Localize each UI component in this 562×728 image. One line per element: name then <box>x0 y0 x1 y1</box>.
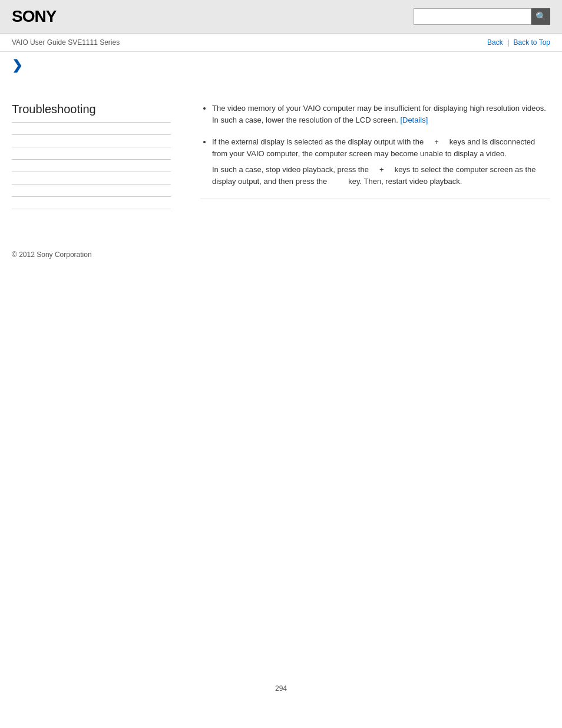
search-icon: 🔍 <box>535 11 547 22</box>
chevron-area: ❯ <box>0 52 562 85</box>
chevron-right-icon: ❯ <box>12 58 22 73</box>
content-bottom-divider <box>200 199 550 199</box>
back-to-top-link[interactable]: Back to Top <box>514 38 550 47</box>
header: SONY 🔍 <box>0 0 562 34</box>
search-button[interactable]: 🔍 <box>531 8 550 25</box>
sidebar-title: Troubleshooting <box>12 103 171 123</box>
sidebar-divider-1 <box>12 134 171 135</box>
content-area: The video memory of your VAIO computer m… <box>183 97 550 221</box>
sidebar-divider-5 <box>12 184 171 185</box>
sidebar-divider-6 <box>12 196 171 197</box>
list-item: If the external display is selected as t… <box>212 136 550 187</box>
details-link[interactable]: [Details] <box>400 116 428 124</box>
sony-logo: SONY <box>12 7 56 26</box>
content-list: The video memory of your VAIO computer m… <box>200 103 550 187</box>
footer: © 2012 Sony Corporation <box>0 233 562 271</box>
bullet1-text: The video memory of your VAIO computer m… <box>212 104 546 124</box>
page-number: 294 <box>0 673 562 704</box>
bullet2-text: If the external display is selected as t… <box>212 137 535 158</box>
breadcrumb: VAIO User Guide SVE1111 Series <box>12 38 120 47</box>
nav-links: Back | Back to Top <box>487 38 550 47</box>
sidebar: Troubleshooting <box>12 97 183 221</box>
sidebar-divider-4 <box>12 172 171 172</box>
search-area: 🔍 <box>414 8 550 25</box>
nav-bar: VAIO User Guide SVE1111 Series Back | Ba… <box>0 34 562 52</box>
sidebar-divider-3 <box>12 159 171 160</box>
back-link[interactable]: Back <box>487 38 503 47</box>
search-input[interactable] <box>414 8 531 25</box>
bullet2-continuation: In such a case, stop video playback, pre… <box>212 164 550 187</box>
list-item: The video memory of your VAIO computer m… <box>212 103 550 126</box>
sidebar-divider-7 <box>12 209 171 209</box>
sidebar-divider-2 <box>12 147 171 147</box>
copyright-text: © 2012 Sony Corporation <box>12 251 92 259</box>
nav-separator: | <box>507 38 509 47</box>
main-content: Troubleshooting The video memory of your… <box>0 85 562 233</box>
